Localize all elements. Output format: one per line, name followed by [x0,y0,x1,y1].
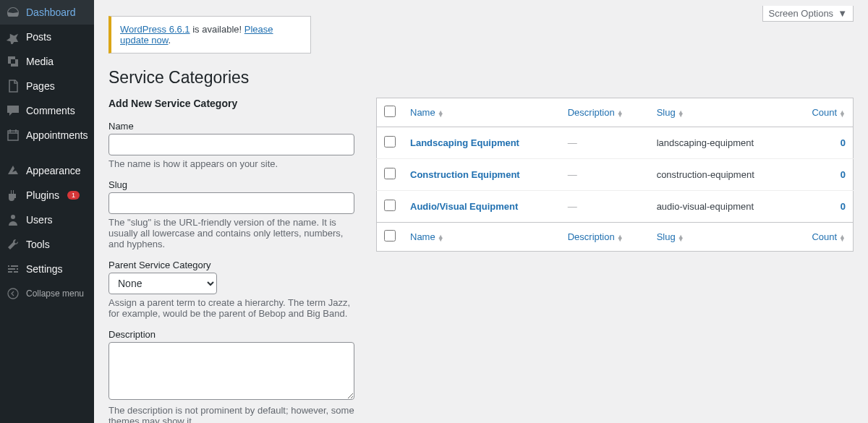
slug-label: Slug [109,179,354,190]
svg-rect-2 [11,265,18,267]
row-slug: landscaping-equipment [650,127,792,159]
sidebar-item-label: Posts [26,31,51,43]
sidebar-item-dashboard[interactable]: Dashboard [0,0,94,25]
dashboard-icon [6,5,20,20]
sidebar-item-pages[interactable]: Pages [0,74,94,98]
svg-rect-1 [8,265,9,267]
svg-rect-3 [8,268,15,270]
select-all-checkbox-footer[interactable] [384,230,396,242]
table-row: Audio/Visual Equipment — audio-visual-eq… [377,191,854,223]
description-label: Description [109,329,354,340]
sidebar-item-label: Plugins [26,189,59,201]
update-notice: WordPress 6.6.1 is available! Please upd… [109,16,311,54]
add-category-form: Add New Service Category Name The name i… [109,98,354,423]
sort-icon: ▲▼ [839,235,846,241]
sort-icon: ▲▼ [438,111,444,116]
settings-icon [6,262,20,276]
sidebar-item-media[interactable]: Media [0,49,94,74]
appearance-icon [6,163,20,178]
parent-select[interactable]: None [109,273,217,294]
row-checkbox[interactable] [384,200,396,211]
sort-icon: ▲▼ [678,235,684,241]
row-checkbox[interactable] [384,136,396,148]
sidebar-item-plugins[interactable]: Plugins 1 [0,183,94,208]
sidebar-item-label: Comments [26,105,75,116]
sidebar-item-posts[interactable]: Posts [0,25,94,49]
sidebar-item-label: Dashboard [26,7,76,18]
svg-rect-6 [14,271,18,273]
description-help: The description is not prominent by defa… [109,405,354,423]
sort-icon: ▲▼ [617,235,624,241]
update-badge: 1 [67,191,80,200]
sort-icon: ▲▼ [678,111,684,116]
main-content: Screen Options ▼ WordPress 6.6.1 is avai… [94,0,868,423]
col-slug[interactable]: Slug▲▼ [650,98,792,127]
sort-icon: ▲▼ [839,111,846,116]
page-icon [6,79,20,93]
svg-point-0 [11,215,15,219]
categories-table: Name▲▼ Description▲▼ Slug▲▼ Count▲▼ Land… [376,98,854,252]
row-slug: audio-visual-equipment [650,191,792,223]
svg-rect-4 [17,268,18,270]
collapse-icon [6,286,20,301]
slug-help: The "slug" is the URL-friendly version o… [109,217,354,249]
sidebar-item-collapse[interactable]: Collapse menu [0,281,94,306]
col-description-footer[interactable]: Description▲▼ [561,223,650,252]
plugin-icon [6,188,20,202]
sidebar-item-settings[interactable]: Settings [0,257,94,281]
name-label: Name [109,121,354,132]
user-icon [6,213,20,227]
svg-rect-5 [8,271,12,273]
name-input[interactable] [109,134,354,155]
col-count-footer[interactable]: Count▲▼ [791,223,853,252]
sidebar-item-appearance[interactable]: Appearance [0,158,94,183]
row-count[interactable]: 0 [841,169,846,180]
screen-options-label: Screen Options [769,8,834,19]
col-description[interactable]: Description▲▼ [561,98,650,127]
sidebar-item-label: Appearance [26,165,81,176]
sidebar-separator [0,151,94,155]
sidebar-item-users[interactable]: Users [0,208,94,232]
category-link[interactable]: Landscaping Equipment [410,137,519,148]
col-count[interactable]: Count▲▼ [791,98,853,127]
calendar-icon [6,128,20,142]
pin-icon [6,30,20,44]
description-textarea[interactable] [109,342,354,400]
row-description: — [561,127,650,159]
media-icon [6,54,20,69]
parent-label: Parent Service Category [109,260,354,270]
tools-icon [6,237,20,252]
sidebar-item-tools[interactable]: Tools [0,232,94,257]
name-help: The name is how it appears on your site. [109,158,354,169]
parent-help: Assign a parent term to create a hierarc… [109,297,354,319]
sidebar-item-appointments[interactable]: Appointments [0,123,94,148]
wp-version-link[interactable]: WordPress 6.6.1 [120,24,190,35]
sidebar-item-comments[interactable]: Comments [0,98,94,123]
slug-input[interactable] [109,192,354,214]
col-name-footer[interactable]: Name▲▼ [403,223,561,252]
screen-options-button[interactable]: Screen Options ▼ [762,6,854,22]
col-slug-footer[interactable]: Slug▲▼ [650,223,792,252]
row-slug: construction-equipment [650,159,792,191]
sidebar-item-label: Settings [26,263,63,275]
col-name[interactable]: Name▲▼ [403,98,561,127]
select-all-checkbox[interactable] [384,106,396,117]
sidebar-item-label: Appointments [26,129,88,141]
row-description: — [561,159,650,191]
row-description: — [561,191,650,223]
sidebar-item-label: Users [26,214,53,226]
svg-point-7 [8,289,18,299]
table-row: Construction Equipment — construction-eq… [377,159,854,191]
category-link[interactable]: Audio/Visual Equipment [410,201,518,212]
category-link[interactable]: Construction Equipment [410,169,520,180]
sort-icon: ▲▼ [438,235,444,241]
sidebar-item-label: Pages [26,80,55,92]
row-checkbox[interactable] [384,168,396,179]
admin-sidebar: Dashboard Posts Media Pages Comments App… [0,0,94,423]
chevron-down-icon: ▼ [838,8,847,19]
page-title: Service Categories [109,68,854,87]
sidebar-item-label: Tools [26,239,50,250]
sidebar-item-label: Media [26,56,54,67]
row-count[interactable]: 0 [841,137,846,148]
row-count[interactable]: 0 [841,201,846,212]
